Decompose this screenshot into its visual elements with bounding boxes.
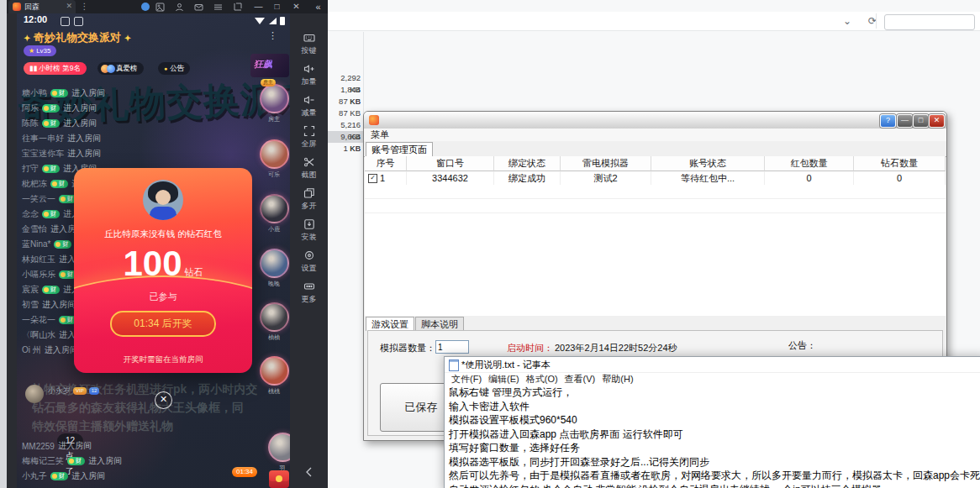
wealth-badge: 财 [50, 472, 68, 480]
seat-avatar[interactable] [260, 84, 289, 113]
announcement-pill[interactable]: ●公告 [158, 62, 190, 75]
countdown-widget[interactable]: 01:34 [232, 467, 257, 477]
notepad-text-line: 打开模拟器进入回森app 点击歌房界面 运行软件即可 [445, 428, 980, 442]
window-minimize-icon[interactable]: — [253, 2, 264, 12]
seat-avatar[interactable] [260, 249, 289, 278]
sender-avatar[interactable] [143, 180, 183, 220]
red-packet-sender: 丘比特原来没有钱 的钻石红包 [74, 228, 252, 240]
notepad-menu-item[interactable]: 文件(F) [451, 372, 482, 386]
sidebar-item[interactable]: 截图 [290, 156, 328, 181]
notepad-menu-item[interactable]: 查看(V) [565, 372, 596, 386]
chat-action: 进入房间 [63, 102, 97, 114]
window-titlebar[interactable]: ? — □ ✕ [364, 112, 946, 129]
table-header-cell[interactable]: 雷电模拟器 [561, 156, 651, 171]
mic-seat[interactable]: 羽 [267, 433, 290, 472]
row-checkbox[interactable]: ✓ [368, 174, 377, 183]
gallery-icon[interactable] [155, 2, 166, 12]
refresh-icon[interactable]: ⟳ [864, 13, 881, 29]
settings-tab[interactable]: 游戏设置 [366, 317, 414, 331]
sidebar-item[interactable]: 减量 [290, 94, 328, 118]
sidebar-item[interactable]: 多开 [290, 187, 328, 212]
settings-tab[interactable]: 脚本说明 [415, 317, 464, 331]
mic-seat[interactable]: 6 晚晚 [259, 249, 289, 288]
menu-lines-icon[interactable] [213, 2, 224, 12]
table-header-cell[interactable]: 序号 [365, 156, 407, 171]
menu-item[interactable]: 菜单 [371, 129, 389, 141]
popup-close-icon[interactable]: ✕ [155, 391, 172, 409]
avatar[interactable] [25, 385, 44, 403]
sidebar-item[interactable]: 更多 [290, 281, 328, 305]
room-more-icon[interactable]: ⋮ [268, 30, 278, 41]
chat-message: 宝宝迷你车 进入房间 [22, 146, 219, 161]
menu-bar: 菜单 [364, 129, 946, 142]
notepad-menu-item[interactable]: 编辑(E) [488, 372, 519, 386]
mic-seat[interactable]: 8 桃桃 [259, 356, 289, 396]
notepad-menu-item[interactable]: 格式(O) [526, 372, 558, 386]
signal-icon [269, 18, 277, 24]
mail-icon[interactable] [193, 2, 204, 12]
table-header-cell[interactable]: 窗口号 [407, 156, 494, 171]
chat-username: 金雪怡 [22, 223, 47, 235]
notepad-titlebar[interactable]: *使用说明.txt - 记事本 [445, 357, 980, 373]
chat-message: MM2259 进入房间 [22, 438, 219, 454]
mic-seat[interactable]: 房主 房主 [259, 84, 289, 123]
chat-action: 进入房间 [67, 148, 101, 160]
mic-seat[interactable]: 9 小鹿 [259, 194, 289, 234]
table-cell: 绑定成功 [494, 171, 561, 185]
sidebar-item-label: 按键 [290, 45, 328, 56]
table-header-cell[interactable]: 绑定状态 [494, 156, 561, 171]
notepad-body[interactable]: 鼠标右键 管理员方式运行，输入卡密进入软件模拟器设置平板模式960*540打开模… [445, 386, 980, 488]
desktop: ⌄ ⟳ 2,292 KB1,844 KB87 KB87 KB5,216 KB9,… [0, 0, 980, 488]
help-button[interactable]: ? [880, 114, 896, 128]
table-header-cell[interactable]: 红包数量 [765, 156, 854, 171]
seat-avatar[interactable] [260, 139, 289, 169]
table-header-cell[interactable]: 钻石数量 [854, 156, 946, 171]
emulator-count-input[interactable] [435, 340, 469, 354]
back-icon[interactable] [290, 466, 328, 481]
tab-more-icon[interactable]: ⋮ [79, 2, 90, 12]
window-close-icon[interactable]: ✕ [291, 2, 302, 12]
notepad-window: *使用说明.txt - 记事本 文件(F)编辑(E)格式(O)查看(V)帮助(H… [444, 356, 980, 488]
sidebar-item[interactable]: 按键 [290, 32, 328, 56]
collapse-sidebar-icon[interactable]: « [313, 2, 324, 12]
table-header-cell[interactable]: 账号状态 [651, 156, 765, 171]
close-button[interactable]: ✕ [929, 114, 945, 128]
table-row[interactable]: ✓13344632绑定成功测试2等待红包中...00 [365, 171, 946, 185]
table-cell: 0 [765, 171, 854, 185]
seat-avatar[interactable] [268, 433, 291, 462]
sidebar-item[interactable]: 安装 [290, 218, 328, 243]
chat-username: 林如红玉 [22, 254, 55, 265]
sidebar-item-label: 加量 [290, 76, 328, 87]
chat-action: 进入房间 [71, 87, 105, 99]
start-time-value: 2023年2月14日22时52分24秒 [555, 342, 677, 354]
mic-seat[interactable]: 9 柚柚 [259, 302, 289, 342]
tab-account-management[interactable]: 账号管理页面 [366, 142, 433, 157]
app-shortcut-icon[interactable] [140, 2, 150, 12]
red-packet-widget-icon[interactable] [269, 470, 289, 488]
search-input[interactable] [884, 14, 975, 30]
seat-avatar[interactable] [260, 302, 289, 332]
sidebar-item[interactable]: 全屏 [290, 125, 328, 150]
minimize-button[interactable]: — [897, 114, 913, 128]
account-icon[interactable] [174, 2, 185, 12]
snip-icon[interactable] [232, 2, 243, 12]
tab-close-icon[interactable]: ✕ [66, 2, 72, 10]
file-size-value: 87 KB [328, 108, 363, 119]
draw-countdown-button[interactable]: 01:34 后开奖 [110, 311, 216, 337]
sidebar-item-label: 设置 [290, 263, 328, 274]
true-love-rank-pill[interactable]: 真爱榜 [97, 62, 144, 75]
maximize-button[interactable]: □ [913, 114, 929, 128]
chat-action: 进入房间 [67, 133, 101, 144]
sidebar-item[interactable]: 加量 [290, 63, 328, 87]
window-maximize-icon[interactable]: □ [271, 2, 282, 12]
seat-avatar[interactable] [260, 356, 289, 386]
hour-rank-pill[interactable]: ▮▮小时榜 第9名 [24, 62, 87, 75]
seat-avatar[interactable] [260, 194, 289, 223]
sidebar-item[interactable]: 设置 [290, 249, 328, 274]
mic-seat[interactable]: 7 可乐 [259, 139, 289, 179]
notepad-menu-item[interactable]: 帮助(H) [602, 372, 633, 386]
chevron-down-icon[interactable]: ⌄ [839, 13, 856, 29]
emulator-tab[interactable]: 回森 ✕ [8, 0, 76, 13]
chat-username: 陈陈 [22, 118, 39, 129]
level-badge[interactable]: ★Lv35 [24, 45, 56, 56]
